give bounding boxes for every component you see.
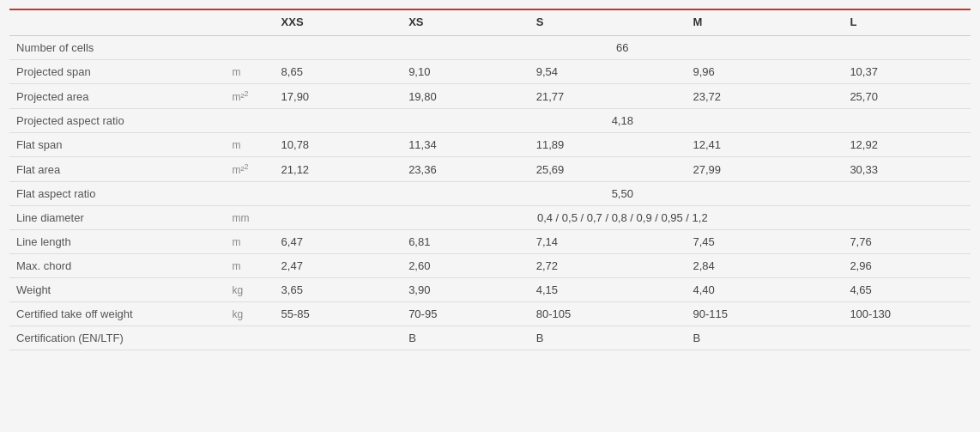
table-row: Flat aream²221,1223,3625,6927,9930,33 [9, 157, 971, 182]
row-value: 25,69 [529, 157, 687, 182]
header-s: S [529, 9, 687, 36]
row-value: 4,40 [687, 278, 844, 302]
header-l: L [843, 9, 971, 36]
row-value: 70-95 [402, 302, 529, 326]
table-row: Flat spanm10,7811,3411,8912,4112,92 [9, 133, 971, 157]
row-value: 9,54 [529, 60, 687, 84]
row-value: 21,12 [275, 157, 402, 182]
row-label: Line diameter [9, 206, 225, 230]
table-row: Max. chordm2,472,602,722,842,96 [9, 254, 971, 278]
row-unit: m²2 [225, 157, 274, 182]
table-row: Line diametermm0,4 / 0,5 / 0,7 / 0,8 / 0… [9, 206, 971, 230]
row-value-span: 66 [275, 36, 971, 60]
row-value: 25,70 [843, 84, 971, 109]
row-value: 9,96 [687, 60, 844, 84]
row-unit: m [225, 230, 274, 254]
row-value [275, 326, 402, 350]
row-label: Max. chord [9, 254, 225, 278]
table-row: Certified take off weightkg55-8570-9580-… [9, 302, 971, 326]
table-header-row: XXS XS S M L [9, 9, 971, 36]
row-label: Flat aspect ratio [9, 182, 225, 206]
row-value: 27,99 [687, 157, 844, 182]
row-unit [225, 182, 274, 206]
row-value: 17,90 [275, 84, 402, 109]
table-row: Line lengthm6,476,817,147,457,76 [9, 230, 971, 254]
row-unit: m²2 [225, 84, 274, 109]
table-row: Projected aream²217,9019,8021,7723,7225,… [9, 84, 971, 109]
row-value: 10,37 [843, 60, 971, 84]
row-value: 100-130 [843, 302, 971, 326]
row-value: 90-115 [687, 302, 844, 326]
row-label: Flat span [9, 133, 225, 157]
row-label: Weight [9, 278, 225, 302]
table-row: Projected aspect ratio4,18 [9, 109, 971, 133]
row-value: B [529, 326, 687, 350]
row-value: 3,65 [275, 278, 402, 302]
row-value: B [402, 326, 529, 350]
header-xs: XS [402, 9, 529, 36]
row-value: 30,33 [843, 157, 971, 182]
row-value: 11,89 [529, 133, 687, 157]
row-value: 7,76 [843, 230, 971, 254]
header-xxs: XXS [275, 9, 402, 36]
row-value: 6,47 [275, 230, 402, 254]
row-value: 23,72 [687, 84, 844, 109]
row-label: Certified take off weight [9, 302, 225, 326]
row-unit: m [225, 60, 274, 84]
row-value: 12,41 [687, 133, 844, 157]
row-value: 23,36 [402, 157, 529, 182]
row-label: Number of cells [9, 36, 225, 60]
row-label: Projected span [9, 60, 225, 84]
row-value: 12,92 [843, 133, 971, 157]
header-unit [225, 9, 274, 36]
row-value-span: 4,18 [275, 109, 971, 133]
row-unit: mm [225, 206, 274, 230]
table-row: Number of cells66 [9, 36, 971, 60]
row-value: 11,34 [402, 133, 529, 157]
specs-table: XXS XS S M L Number of cells66Projected … [9, 9, 971, 350]
row-value: 80-105 [529, 302, 687, 326]
row-value: 4,15 [529, 278, 687, 302]
row-label: Projected aspect ratio [9, 109, 225, 133]
row-value: 3,90 [402, 278, 529, 302]
row-value: 19,80 [402, 84, 529, 109]
row-label: Flat area [9, 157, 225, 182]
row-value: B [687, 326, 844, 350]
row-unit [225, 36, 274, 60]
table-row: Flat aspect ratio5,50 [9, 182, 971, 206]
row-value: 6,81 [402, 230, 529, 254]
header-label [9, 9, 225, 36]
header-m: M [687, 9, 844, 36]
table-row: Certification (EN/LTF)BBB [9, 326, 971, 350]
row-value [843, 326, 971, 350]
row-value: 2,84 [687, 254, 844, 278]
specs-table-container: XXS XS S M L Number of cells66Projected … [9, 9, 971, 350]
row-value-span: 0,4 / 0,5 / 0,7 / 0,8 / 0,9 / 0,95 / 1,2 [275, 206, 971, 230]
row-unit [225, 109, 274, 133]
row-value: 7,14 [529, 230, 687, 254]
row-value: 2,72 [529, 254, 687, 278]
row-value: 7,45 [687, 230, 844, 254]
row-unit: kg [225, 278, 274, 302]
row-label: Certification (EN/LTF) [9, 326, 225, 350]
row-value: 10,78 [275, 133, 402, 157]
row-value: 2,96 [843, 254, 971, 278]
table-row: Projected spanm8,659,109,549,9610,37 [9, 60, 971, 84]
row-value: 9,10 [402, 60, 529, 84]
row-value-span: 5,50 [275, 182, 971, 206]
row-label: Projected area [9, 84, 225, 109]
row-unit: m [225, 254, 274, 278]
row-value: 55-85 [275, 302, 402, 326]
row-value: 4,65 [843, 278, 971, 302]
row-unit: m [225, 133, 274, 157]
table-row: Weightkg3,653,904,154,404,65 [9, 278, 971, 302]
row-value: 2,60 [402, 254, 529, 278]
row-unit: kg [225, 302, 274, 326]
row-value: 8,65 [275, 60, 402, 84]
row-label: Line length [9, 230, 225, 254]
row-value: 21,77 [529, 84, 687, 109]
row-value: 2,47 [275, 254, 402, 278]
row-unit [225, 326, 274, 350]
